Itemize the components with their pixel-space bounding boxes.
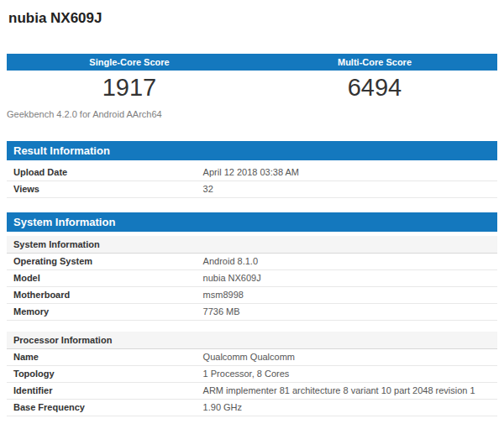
row-value: April 12 2018 03:38 AM — [203, 165, 497, 180]
row-label: Base Frequency — [7, 400, 203, 416]
row-value: Android 8.1.0 — [203, 254, 497, 269]
single-core-score-value: 1917 — [7, 71, 252, 104]
row-value: 7736 MB — [203, 304, 497, 320]
system-information-section: System Information System Information Op… — [7, 212, 497, 416]
system-information-header: System Information — [7, 212, 497, 232]
table-row: Operating SystemAndroid 8.1.0 — [7, 254, 497, 270]
row-value: 32 — [203, 181, 497, 197]
row-label: Model — [7, 270, 203, 286]
multi-core-score-value: 6494 — [252, 71, 497, 104]
row-label: Topology — [7, 366, 203, 382]
processor-information-subheader: Processor Information — [7, 332, 497, 349]
row-value: msm8998 — [203, 287, 497, 303]
table-row: Topology1 Processor, 8 Cores — [7, 366, 497, 383]
geekbench-version-caption: Geekbench 4.2.0 for Android AArch64 — [7, 109, 497, 119]
page-title: nubia NX609J — [7, 10, 497, 27]
system-information-rows: Operating SystemAndroid 8.1.0Modelnubia … — [7, 254, 497, 321]
processor-information-rows: NameQualcomm QualcommTopology1 Processor… — [7, 349, 497, 416]
table-row: Modelnubia NX609J — [7, 270, 497, 287]
result-information-header: Result Information — [7, 141, 497, 160]
row-label: Memory — [7, 304, 203, 320]
system-information-table: System Information Operating SystemAndro… — [7, 236, 497, 416]
single-core-score-header: Single-Core Score — [7, 54, 252, 71]
result-information-table: Upload DateApril 12 2018 03:38 AMViews32 — [7, 165, 497, 198]
section-gap — [7, 321, 497, 332]
row-value: ARM implementer 81 architecture 8 varian… — [203, 383, 497, 399]
table-row: Upload DateApril 12 2018 03:38 AM — [7, 165, 497, 181]
table-row: IdentifierARM implementer 81 architectur… — [7, 383, 497, 400]
row-label: Upload Date — [7, 165, 203, 180]
row-value: Qualcomm Qualcomm — [203, 349, 497, 365]
geekbench-result-page: nubia NX609J Single-Core Score Multi-Cor… — [0, 10, 504, 429]
result-information-section: Result Information Upload DateApril 12 2… — [7, 141, 497, 198]
table-row: Views32 — [7, 181, 497, 198]
row-label: Name — [7, 349, 203, 365]
row-value: 1.90 GHz — [203, 400, 497, 416]
system-information-subheader: System Information — [7, 236, 497, 254]
score-header-bar: Single-Core Score Multi-Core Score — [7, 54, 497, 71]
table-row: NameQualcomm Qualcomm — [7, 349, 497, 366]
table-row: Motherboardmsm8998 — [7, 287, 497, 304]
row-value: 1 Processor, 8 Cores — [203, 366, 497, 382]
row-label: Views — [7, 181, 203, 197]
score-values-row: 1917 6494 — [7, 71, 497, 104]
row-label: Operating System — [7, 254, 203, 269]
multi-core-score-header: Multi-Core Score — [252, 54, 497, 71]
row-label: Motherboard — [7, 287, 203, 303]
table-row: Base Frequency1.90 GHz — [7, 400, 497, 416]
table-row: Memory7736 MB — [7, 304, 497, 321]
row-label: Identifier — [7, 383, 203, 399]
score-summary: Single-Core Score Multi-Core Score 1917 … — [7, 54, 497, 104]
row-value: nubia NX609J — [203, 270, 497, 286]
